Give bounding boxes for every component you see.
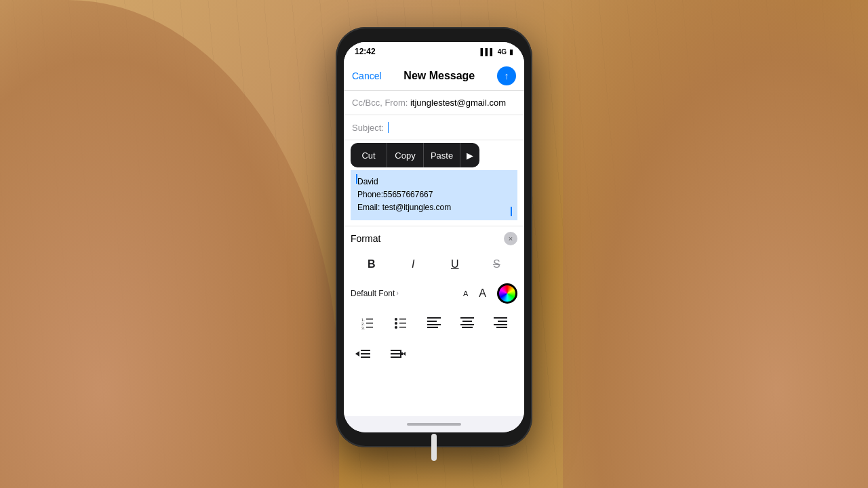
- svg-rect-18: [460, 324, 474, 325]
- indent-decrease-button[interactable]: [351, 342, 375, 366]
- format-style-row: B I U S: [351, 252, 517, 277]
- svg-rect-33: [401, 352, 403, 355]
- selection-handle-right: [511, 207, 512, 216]
- svg-rect-30: [391, 353, 400, 354]
- format-panel: Format × B I U S Default Font › A: [344, 226, 524, 371]
- svg-rect-13: [427, 321, 437, 322]
- font-size-large-button[interactable]: A: [479, 287, 486, 300]
- font-row: Default Font › A A: [351, 283, 517, 304]
- bold-button[interactable]: B: [359, 252, 384, 277]
- svg-text:3.: 3.: [361, 326, 365, 329]
- align-right-button[interactable]: [488, 310, 513, 335]
- svg-rect-14: [427, 324, 441, 325]
- paste-button[interactable]: Paste: [424, 143, 460, 167]
- svg-point-6: [395, 318, 397, 321]
- selected-line3: Email: test@itjungles.com: [357, 201, 511, 214]
- default-font-selector[interactable]: Default Font ›: [351, 289, 399, 298]
- svg-rect-22: [494, 324, 507, 325]
- charging-cable: [431, 434, 437, 461]
- status-time: 12:42: [355, 47, 376, 56]
- cc-bcc-label: Cc/Bcc, From:: [352, 98, 408, 108]
- svg-rect-26: [361, 350, 370, 351]
- more-button[interactable]: ▶: [460, 143, 479, 167]
- selected-line1: David: [357, 176, 511, 188]
- cut-button[interactable]: Cut: [351, 143, 387, 167]
- svg-rect-32: [400, 350, 401, 358]
- selection-handle-left: [356, 174, 357, 184]
- subject-label: Subject:: [352, 123, 384, 133]
- svg-rect-23: [496, 327, 507, 328]
- default-font-label: Default Font: [351, 289, 395, 298]
- cc-bcc-row[interactable]: Cc/Bcc, From: itjunglestest@gmail.com: [344, 91, 524, 115]
- svg-rect-7: [399, 319, 406, 320]
- svg-rect-20: [494, 317, 507, 319]
- svg-point-10: [395, 326, 397, 329]
- status-icons: ▌▌▌ 4G ▮: [480, 48, 513, 56]
- network-label: 4G: [498, 48, 507, 56]
- home-bar: [407, 423, 461, 426]
- svg-rect-15: [427, 327, 438, 328]
- subject-row[interactable]: Subject:: [344, 115, 524, 140]
- indent-row: [351, 342, 517, 366]
- underline-button[interactable]: U: [443, 252, 467, 277]
- italic-button[interactable]: I: [401, 252, 425, 277]
- alignment-row: 1. 2. 3.: [351, 310, 517, 335]
- svg-rect-16: [460, 317, 474, 319]
- chevron-right-icon: ›: [396, 289, 398, 297]
- battery-icon: ▮: [509, 48, 513, 56]
- selected-line2: Phone:55657667667: [357, 188, 511, 201]
- compose-area: Cc/Bcc, From: itjunglestest@gmail.com Su…: [344, 91, 524, 416]
- svg-marker-34: [403, 352, 406, 356]
- status-bar: 12:42 ▌▌▌ 4G ▮: [344, 42, 524, 61]
- cancel-button[interactable]: Cancel: [352, 70, 382, 81]
- numbered-list-button[interactable]: 1. 2. 3.: [355, 310, 380, 335]
- subject-cursor: [388, 122, 389, 133]
- home-indicator: [344, 416, 524, 432]
- svg-rect-19: [462, 327, 473, 328]
- from-email: itjunglestest@gmail.com: [410, 98, 506, 108]
- color-picker-button[interactable]: [497, 283, 517, 304]
- svg-rect-3: [366, 323, 373, 324]
- svg-rect-31: [391, 357, 400, 358]
- svg-rect-29: [391, 350, 400, 351]
- phone-screen: 12:42 ▌▌▌ 4G ▮ Cancel New Message ↑ Cc/B…: [344, 42, 524, 432]
- strikethrough-button[interactable]: S: [484, 252, 509, 277]
- format-close-button[interactable]: ×: [504, 232, 517, 245]
- format-title: Format: [351, 233, 380, 244]
- context-menu: Cut Copy Paste ▶: [351, 143, 479, 167]
- indent-increase-button[interactable]: [386, 342, 410, 366]
- signal-icon: ▌▌▌: [480, 48, 494, 56]
- svg-rect-21: [498, 321, 507, 322]
- align-center-button[interactable]: [455, 310, 479, 335]
- selected-text-area: David Phone:55657667667 Email: test@itju…: [351, 170, 517, 220]
- svg-rect-9: [399, 323, 406, 324]
- hand-right: [563, 0, 868, 488]
- page-title: New Message: [403, 70, 475, 82]
- svg-rect-11: [399, 327, 406, 328]
- svg-rect-28: [361, 357, 370, 358]
- svg-rect-27: [361, 353, 370, 354]
- copy-button[interactable]: Copy: [387, 143, 424, 167]
- svg-rect-12: [427, 317, 441, 319]
- svg-rect-1: [366, 319, 373, 320]
- send-icon: ↑: [505, 70, 509, 81]
- svg-rect-25: [356, 353, 359, 354]
- svg-rect-17: [462, 321, 472, 322]
- bullet-list-button[interactable]: [389, 310, 413, 335]
- font-size-small-button[interactable]: A: [463, 289, 468, 298]
- svg-rect-5: [366, 327, 373, 328]
- svg-point-8: [395, 322, 397, 325]
- phone: 12:42 ▌▌▌ 4G ▮ Cancel New Message ↑ Cc/B…: [336, 27, 532, 447]
- format-header: Format ×: [351, 232, 517, 245]
- nav-bar: Cancel New Message ↑: [344, 61, 524, 91]
- send-button[interactable]: ↑: [497, 66, 516, 85]
- align-left-button[interactable]: [422, 310, 446, 335]
